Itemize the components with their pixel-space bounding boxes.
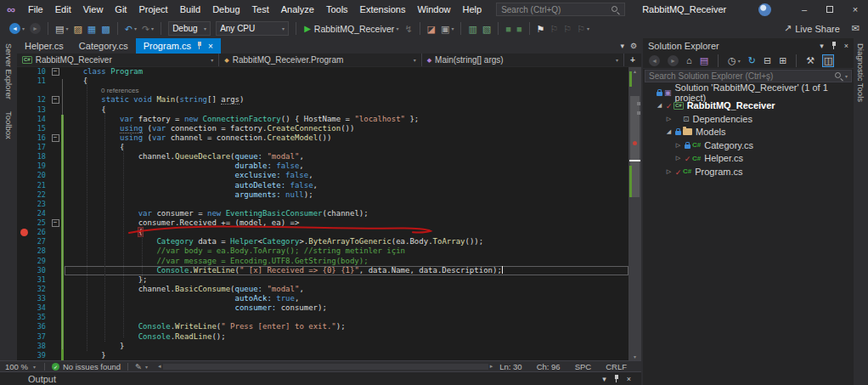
code-line-25[interactable]: 25− consumer.Received += (model, ea) =>	[17, 218, 628, 228]
menu-file[interactable]: File	[22, 0, 49, 19]
breakpoint-margin[interactable]	[17, 332, 31, 342]
new-item-button[interactable]: ▥	[468, 23, 476, 35]
breakpoint-margin[interactable]	[17, 294, 31, 303]
tree-item-solution-rabbitmq-receiver-1-of-1-project[interactable]: ▣Solution 'RabbitMQ_Receiver' (1 of 1 pr…	[643, 86, 854, 99]
menu-window[interactable]: Window	[411, 0, 456, 19]
code-line-20[interactable]: 20 exclusive: false,	[17, 171, 628, 180]
menu-help[interactable]: Help	[457, 0, 488, 19]
pin-icon[interactable]	[196, 42, 203, 50]
breakpoint-margin[interactable]	[17, 76, 31, 86]
code-line-31[interactable]: 31 };	[17, 275, 628, 285]
menu-git[interactable]: Git	[109, 0, 132, 19]
code-line-13[interactable]: 13 {	[17, 105, 628, 115]
scroll-down-icon[interactable]: ▾	[628, 354, 641, 360]
code-line-16[interactable]: 16− using (var channel = connection.Crea…	[17, 133, 628, 143]
close-icon[interactable]: ×	[627, 375, 631, 383]
code-cleanup-button[interactable]: ✎ ▾	[132, 362, 151, 371]
breakpoint-margin[interactable]	[17, 228, 31, 237]
code-line-14[interactable]: 14 var factory = new ConnectionFactory()…	[17, 115, 628, 124]
se-collapse-all-button[interactable]: ⊟	[764, 54, 771, 66]
split-editor-icon[interactable]: +	[624, 54, 641, 66]
configuration-select[interactable]: Debug▾	[168, 21, 211, 36]
pin-icon[interactable]	[613, 375, 620, 383]
code-line-11[interactable]: 11 {	[17, 76, 628, 86]
close-button[interactable]: ×	[843, 0, 868, 19]
new-file-button[interactable]: ▤▾	[55, 23, 68, 35]
uncomment-button[interactable]: ■	[516, 23, 522, 35]
breakpoint-margin[interactable]	[17, 209, 31, 218]
se-switch-views-button[interactable]: ▤	[700, 54, 708, 66]
code-editor[interactable]: 10− class Program11 {0 references12− sta…	[17, 67, 641, 360]
scroll-right-icon[interactable]: ▸	[490, 363, 493, 370]
next-bookmark-button[interactable]: ⚐	[563, 23, 572, 35]
tree-item-program-cs[interactable]: ▷✓C#Program.cs	[643, 165, 854, 178]
breakpoint-margin[interactable]	[17, 115, 31, 124]
tree-item-category-cs[interactable]: ▷C#Category.cs	[643, 139, 854, 152]
se-home-button[interactable]: ⌂	[686, 54, 692, 66]
breakpoint-margin[interactable]	[17, 351, 31, 360]
breakpoint-margin[interactable]	[17, 200, 31, 209]
breakpoint-margin[interactable]	[17, 190, 31, 200]
snapshot-button[interactable]: ▣▾	[441, 23, 454, 35]
code-line-21[interactable]: 21 autoDelete: false,	[17, 181, 628, 190]
code-line-38[interactable]: 38 }	[17, 342, 628, 351]
code-line-30[interactable]: 30 Console.WriteLine(" [x] Received => {…	[17, 266, 628, 275]
breakpoint-margin[interactable]	[17, 275, 31, 285]
scroll-left-icon[interactable]: ◂	[158, 363, 161, 370]
tab-program-cs[interactable]: Program.cs×	[136, 38, 221, 54]
breakpoint-margin[interactable]	[17, 181, 31, 190]
menu-tools[interactable]: Tools	[320, 0, 354, 19]
tab-toolbox[interactable]: Toolbox	[4, 111, 14, 139]
code-line-23[interactable]: 23	[17, 200, 628, 209]
document-health-indicator[interactable]: ✓ No issues found	[48, 362, 124, 371]
bookmark-button[interactable]: ⚑	[537, 23, 545, 35]
account-avatar[interactable]	[758, 3, 771, 16]
menu-edit[interactable]: Edit	[49, 0, 77, 19]
expand-arrow-icon[interactable]: ▷	[664, 116, 674, 122]
breakpoint-icon[interactable]	[20, 229, 28, 236]
code-line-12[interactable]: 12− static void Main(string[] args)	[17, 95, 628, 105]
menu-analyze[interactable]: Analyze	[275, 0, 320, 19]
nav-backward-button[interactable]: ◄▾	[9, 23, 25, 34]
se-forward-button[interactable]: ►	[668, 55, 679, 66]
tree-item-models[interactable]: ◢Models	[643, 126, 854, 139]
code-line-34[interactable]: 34 consumer: consumer);	[17, 303, 628, 313]
breakpoint-margin[interactable]	[17, 246, 31, 256]
code-line-28[interactable]: 28 //var body = ea.Body.ToArray(); //str…	[17, 246, 628, 256]
collapse-icon[interactable]: −	[52, 219, 59, 227]
maximize-button[interactable]	[817, 0, 843, 19]
breakpoint-margin[interactable]	[17, 218, 31, 228]
menu-build[interactable]: Build	[174, 0, 206, 19]
collapse-arrow-icon[interactable]: ◢	[655, 102, 664, 109]
tab-helper-cs[interactable]: Helper.cs	[17, 38, 71, 54]
breadcrumb-class[interactable]: ◆RabbitMQ_Receiver.Program▾	[219, 54, 421, 66]
code-line-22[interactable]: 22 arguments: null);	[17, 190, 628, 200]
breakpoint-margin[interactable]	[17, 133, 31, 143]
chevron-down-icon[interactable]: ▾	[602, 375, 606, 383]
breakpoint-margin[interactable]	[17, 143, 31, 152]
codelens-references[interactable]: 0 references	[65, 86, 138, 95]
code-line-29[interactable]: 29 //var message = Encoding.UTF8.GetStri…	[17, 257, 628, 266]
code-line-33[interactable]: 33 autoAck: true,	[17, 294, 628, 303]
breakpoint-margin[interactable]	[17, 161, 31, 171]
code-line-24[interactable]: 24 var consumer = new EventingBasicConsu…	[17, 209, 628, 218]
platform-select[interactable]: Any CPU▾	[216, 21, 289, 36]
breakpoint-margin[interactable]	[17, 152, 31, 161]
code-line-35[interactable]: 35	[17, 313, 628, 322]
save-all-button[interactable]: ▩	[101, 23, 110, 35]
hot-reload-button[interactable]: ↯	[404, 23, 412, 35]
code-line-32[interactable]: 32 channel.BasicConsume(queue: "modal",	[17, 285, 628, 294]
breakpoint-margin[interactable]	[17, 322, 31, 331]
window-options-gear-icon[interactable]: ⚙	[630, 42, 637, 50]
se-pending-changes-button[interactable]: ◷▾	[728, 54, 741, 66]
code-line-37[interactable]: 37 Console.ReadLine();	[17, 332, 628, 342]
codelens-row[interactable]: 0 references	[17, 86, 628, 95]
code-line-39[interactable]: 39 }	[17, 351, 628, 360]
menu-test[interactable]: Test	[246, 0, 275, 19]
undo-button[interactable]: ↶▾	[125, 23, 137, 35]
expand-arrow-icon[interactable]: ▷	[664, 168, 674, 175]
breakpoint-margin[interactable]	[17, 266, 31, 275]
breakpoint-margin[interactable]	[17, 342, 31, 351]
tree-item-helper-cs[interactable]: ▷✓C#Helper.cs	[643, 152, 854, 166]
navigate-button[interactable]: ▧	[482, 23, 491, 35]
